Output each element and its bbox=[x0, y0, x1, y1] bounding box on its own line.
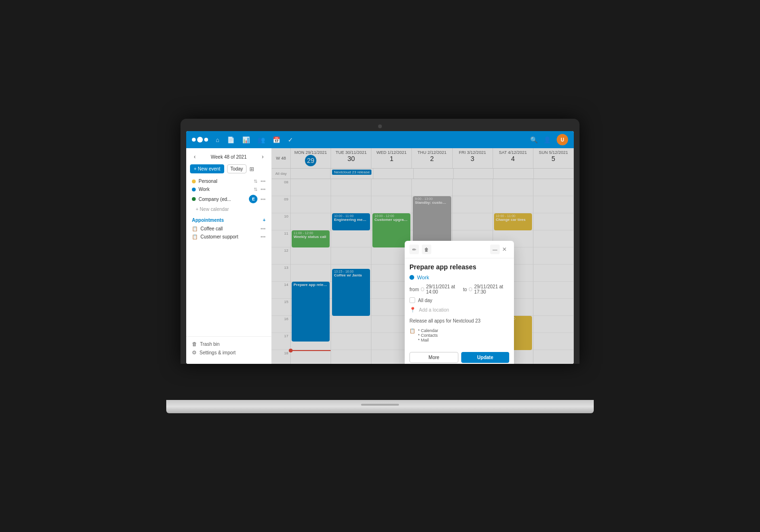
modal-trash-icon[interactable]: 🗑 bbox=[422, 245, 431, 254]
personal-more-icon[interactable]: ••• bbox=[260, 179, 266, 184]
laptop-wrapper: ⌂ 📄 📊 👥 📅 ✓ 🔍 👤 U bbox=[166, 119, 594, 413]
nav-home-icon[interactable]: ⌂ bbox=[216, 136, 219, 143]
appointments-list: 📋 Coffee call ••• 📋 Customer support ••• bbox=[186, 225, 271, 241]
personal-share-icon: ⇅ bbox=[254, 179, 257, 184]
modal-from-date: 29/11/2021 at 14:00 bbox=[426, 284, 461, 294]
navbar: ⌂ 📄 📊 👥 📅 ✓ 🔍 👤 U bbox=[186, 131, 574, 148]
calendar-item-personal[interactable]: Personal ⇅ ••• bbox=[190, 177, 267, 185]
settings-item[interactable]: ⚙ Settings & import bbox=[190, 348, 267, 357]
modal-from-label: from bbox=[409, 287, 419, 292]
appt-customer-icon: 📋 bbox=[192, 234, 198, 239]
laptop-screen: ⌂ 📄 📊 👥 📅 ✓ 🔍 👤 U bbox=[186, 131, 574, 364]
trash-bin-item[interactable]: 🗑 Trash bin bbox=[190, 340, 267, 348]
modal-list-icon: 📋 bbox=[409, 328, 415, 333]
modal-header: ✏ 🗑 — ✕ bbox=[405, 241, 514, 258]
modal-to-date: 29/11/2021 at 17:30 bbox=[474, 284, 509, 294]
customer-more-icon[interactable]: ••• bbox=[260, 234, 266, 239]
modal-footer: More Update bbox=[405, 352, 514, 364]
laptop-base bbox=[166, 400, 594, 413]
nav-calendar-icon[interactable]: 📅 bbox=[273, 136, 280, 143]
navbar-icons: ⌂ 📄 📊 👥 📅 ✓ bbox=[216, 136, 530, 143]
modal-event-title: Prepare app releases bbox=[409, 263, 509, 271]
modal-location-icon: 📍 bbox=[409, 307, 416, 313]
calendar-item-company[interactable]: Company (ed... E ••• bbox=[190, 193, 267, 205]
update-button[interactable]: Update bbox=[461, 352, 509, 363]
appointments-header: Appointments + bbox=[186, 214, 271, 225]
modal-to-dot bbox=[469, 287, 472, 291]
search-icon[interactable]: 🔍 bbox=[530, 136, 538, 143]
settings-icon: ⚙ bbox=[192, 350, 197, 356]
sidebar-nav: ‹ Week 48 of 2021 › bbox=[186, 152, 271, 164]
modal-edit-icon[interactable]: ✏ bbox=[409, 245, 419, 254]
modal-time-row: from 29/11/2021 at 14:00 to 29/11/2021 a… bbox=[409, 284, 509, 294]
trash-icon: 🗑 bbox=[192, 341, 197, 347]
modal-description: Release all apps for Nextcloud 23 bbox=[409, 318, 509, 324]
new-calendar-button[interactable]: + New calendar bbox=[190, 205, 267, 214]
modal-allday-row: All day bbox=[409, 297, 509, 303]
modal-to-label: to bbox=[463, 287, 467, 292]
calendar-grid: W 48 Mon 29/11/2021 29 Tue 30/11/2021 30 bbox=[272, 148, 574, 364]
modal-location-row: 📍 Add a location bbox=[409, 307, 509, 313]
modal-calendar-name: Work bbox=[417, 275, 429, 280]
prev-week-button[interactable]: ‹ bbox=[190, 152, 200, 162]
nav-contacts-icon[interactable]: 👥 bbox=[257, 136, 265, 143]
modal-location-placeholder[interactable]: Add a location bbox=[419, 307, 449, 313]
laptop-camera bbox=[378, 124, 382, 128]
add-appointment-icon[interactable]: + bbox=[263, 218, 266, 223]
modal-list-text: * Calendar * Contacts * Mail bbox=[418, 328, 438, 342]
modal-action-icons: ✏ 🗑 bbox=[409, 245, 431, 254]
main-content: ‹ Week 48 of 2021 › + New event Today ⊞ bbox=[186, 148, 574, 364]
modal-close-button[interactable]: ✕ bbox=[500, 245, 509, 254]
company-cal-badge: E bbox=[249, 195, 257, 203]
nav-check-icon[interactable]: ✓ bbox=[288, 136, 293, 143]
coffee-more-icon[interactable]: ••• bbox=[260, 226, 266, 231]
work-cal-dot bbox=[192, 188, 196, 191]
user-icon[interactable]: 👤 bbox=[543, 136, 551, 143]
appt-coffee-label: Coffee call bbox=[200, 226, 257, 231]
more-button[interactable]: More bbox=[409, 352, 458, 363]
app: ⌂ 📄 📊 👥 📅 ✓ 🔍 👤 U bbox=[186, 131, 574, 364]
personal-cal-label: Personal bbox=[199, 179, 251, 184]
company-cal-label: Company (ed... bbox=[199, 197, 246, 202]
work-cal-label: Work bbox=[199, 187, 251, 192]
trash-label: Trash bin bbox=[200, 342, 219, 347]
event-detail-modal: ✏ 🗑 — ✕ Prepare app releases bbox=[405, 241, 514, 364]
nav-files-icon[interactable]: 📄 bbox=[227, 136, 235, 143]
sidebar-bottom: 🗑 Trash bin ⚙ Settings & import bbox=[186, 336, 271, 360]
appt-item-coffee[interactable]: 📋 Coffee call ••• bbox=[190, 225, 267, 233]
personal-cal-dot bbox=[192, 180, 196, 183]
company-more-icon[interactable]: ••• bbox=[260, 197, 266, 202]
sidebar: ‹ Week 48 of 2021 › + New event Today ⊞ bbox=[186, 148, 272, 364]
company-cal-dot bbox=[192, 197, 196, 201]
grid-view-button[interactable]: ⊞ bbox=[249, 166, 254, 172]
laptop-bezel: ⌂ 📄 📊 👥 📅 ✓ 🔍 👤 U bbox=[180, 119, 580, 364]
modal-from-dot bbox=[421, 287, 424, 291]
sidebar-buttons: + New event Today ⊞ bbox=[186, 164, 271, 177]
week-label: Week 48 of 2021 bbox=[201, 154, 256, 160]
app-logo bbox=[192, 137, 208, 142]
today-button[interactable]: Today bbox=[227, 164, 247, 173]
appt-customer-label: Customer support bbox=[200, 234, 257, 239]
modal-overlay: ✏ 🗑 — ✕ Prepare app releases bbox=[272, 148, 574, 364]
calendar-item-work[interactable]: Work ⇅ ••• bbox=[190, 185, 267, 193]
modal-minimize-button[interactable]: — bbox=[490, 245, 500, 254]
settings-label: Settings & import bbox=[200, 350, 236, 355]
modal-body: Prepare app releases Work from 29/11/202… bbox=[405, 258, 514, 352]
navbar-right: 🔍 👤 U bbox=[530, 134, 568, 145]
modal-allday-label: All day bbox=[418, 298, 432, 303]
appt-item-customer[interactable]: 📋 Customer support ••• bbox=[190, 233, 267, 241]
work-more-icon[interactable]: ••• bbox=[260, 187, 266, 192]
modal-cal-dot bbox=[409, 275, 414, 280]
modal-calendar-row: Work bbox=[409, 275, 509, 280]
next-week-button[interactable]: › bbox=[258, 152, 267, 162]
work-share-icon: ⇅ bbox=[254, 187, 257, 192]
modal-calendar-list: 📋 * Calendar * Contacts * Mail bbox=[409, 328, 509, 342]
appt-coffee-icon: 📋 bbox=[192, 226, 198, 231]
nav-activity-icon[interactable]: 📊 bbox=[242, 136, 250, 143]
modal-allday-checkbox[interactable] bbox=[409, 297, 415, 303]
new-event-button[interactable]: + New event bbox=[190, 164, 224, 173]
user-avatar[interactable]: U bbox=[557, 134, 568, 145]
calendar-list: Personal ⇅ ••• Work ⇅ ••• bbox=[186, 177, 271, 214]
